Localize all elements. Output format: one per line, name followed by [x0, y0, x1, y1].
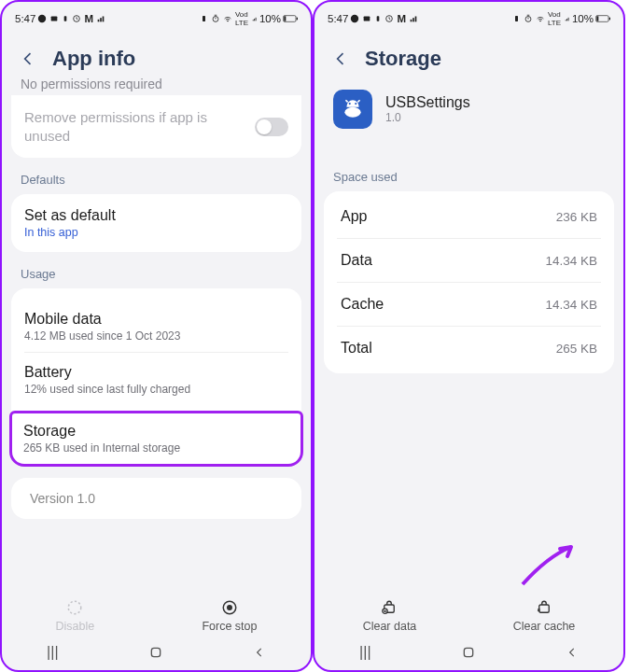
svg-rect-41 [539, 605, 550, 612]
clear-data-icon [380, 599, 398, 616]
row-data: Data 14.34 KB [337, 238, 601, 282]
header: Storage [314, 32, 623, 84]
clear-cache-icon [535, 599, 553, 616]
force-stop-label: Force stop [202, 620, 257, 633]
bottom-actions: Disable Force stop [2, 594, 311, 638]
svg-point-36 [349, 103, 351, 105]
force-stop-button[interactable]: Force stop [202, 599, 257, 633]
svg-point-29 [539, 21, 540, 21]
section-usage: Usage [2, 263, 311, 288]
set-default-sub: In this app [24, 226, 288, 239]
row-total: Total 265 KB [337, 326, 601, 370]
section-space-used: Space used [314, 166, 623, 191]
back-icon[interactable] [331, 49, 350, 68]
svg-point-0 [38, 15, 46, 22]
battery-sub: 12% used since last fully charged [24, 383, 288, 396]
mobile-data-title: Mobile data [24, 311, 288, 328]
back-icon[interactable] [19, 49, 37, 68]
set-default-row[interactable]: Set as default In this app [11, 194, 301, 252]
svg-rect-12 [256, 18, 257, 21]
mobile-data-sub: 4.12 MB used since 1 Oct 2023 [24, 329, 288, 343]
annotation-arrow [515, 539, 590, 595]
battery-row[interactable]: Battery 12% used since last fully charge… [24, 352, 288, 405]
battery-icon [283, 14, 298, 23]
mobile-data-row[interactable]: Mobile data 4.12 MB used since 1 Oct 202… [24, 301, 288, 352]
disable-icon [66, 599, 83, 616]
status-time: 5:47 [15, 13, 35, 24]
svg-rect-11 [254, 19, 255, 21]
section-defaults: Defaults [2, 169, 311, 194]
battery-title: Battery [24, 364, 288, 381]
status-icons-left: M [37, 13, 105, 24]
svg-rect-1 [51, 17, 58, 21]
bottom-actions: Clear data Clear cache [314, 594, 623, 638]
phone-left-appinfo: 5:47 M VodLTE 10% [0, 0, 313, 672]
nav-back-icon[interactable] [253, 646, 266, 659]
storage-sub: 265 KB used in Internal storage [23, 441, 289, 455]
storage-title: Storage [23, 423, 289, 440]
status-time: 5:47 [328, 13, 348, 24]
svg-point-20 [351, 15, 358, 22]
svg-rect-10 [253, 20, 254, 21]
svg-rect-25 [412, 18, 414, 21]
force-stop-icon [221, 599, 238, 616]
svg-rect-35 [596, 16, 598, 21]
row-total-key: Total [341, 340, 372, 357]
disable-button: Disable [56, 599, 95, 633]
svg-point-16 [69, 601, 82, 614]
status-battery: 10% [259, 13, 281, 24]
clear-cache-label: Clear cache [513, 620, 576, 633]
nav-home-icon[interactable] [148, 645, 163, 660]
svg-point-38 [344, 107, 360, 118]
nav-recents-icon[interactable]: ||| [47, 644, 58, 661]
row-cache-key: Cache [341, 296, 384, 313]
row-app-val: 236 KB [556, 210, 597, 224]
svg-rect-32 [568, 18, 569, 21]
svg-point-37 [355, 103, 356, 105]
svg-rect-14 [297, 18, 298, 21]
status-icons-right: VodLTE [512, 10, 570, 27]
row-data-val: 14.34 KB [545, 254, 597, 268]
page-title: Storage [365, 47, 441, 71]
status-icons-right: VodLTE [200, 10, 258, 27]
row-data-key: Data [341, 252, 372, 269]
version-row: Version 1.0 [11, 478, 301, 519]
svg-point-18 [228, 606, 232, 610]
status-bar: 5:47 M VodLTE 10% [314, 2, 623, 32]
svg-rect-19 [151, 648, 160, 656]
row-cache-val: 14.34 KB [545, 298, 597, 312]
nav-bar: ||| [314, 640, 623, 665]
app-header-row: USBSettings 1.0 [314, 84, 623, 140]
clear-data-button[interactable]: Clear data [363, 599, 417, 633]
svg-rect-2 [64, 16, 67, 21]
row-app: App 236 KB [337, 195, 601, 238]
app-version: 1.0 [385, 111, 470, 124]
nav-back-icon[interactable] [566, 646, 579, 659]
svg-rect-6 [103, 17, 105, 22]
svg-rect-31 [566, 19, 567, 21]
svg-rect-30 [566, 20, 566, 21]
svg-point-9 [227, 21, 228, 21]
nav-bar: ||| [2, 640, 311, 665]
status-battery: 10% [572, 13, 594, 24]
status-bar: 5:47 M VodLTE 10% [2, 2, 311, 32]
storage-row-highlighted[interactable]: Storage 265 KB used in Internal storage [9, 411, 303, 467]
svg-rect-7 [203, 16, 205, 21]
remove-permissions-row[interactable]: Remove permissions if app is unused [11, 95, 301, 158]
remove-permissions-label: Remove permissions if app is unused [24, 108, 230, 145]
svg-rect-15 [284, 16, 286, 21]
app-icon [333, 90, 372, 129]
svg-rect-27 [515, 16, 518, 21]
clear-cache-button[interactable]: Clear cache [513, 599, 576, 633]
svg-rect-5 [100, 18, 102, 21]
app-name: USBSettings [385, 94, 470, 111]
row-app-key: App [341, 208, 367, 225]
toggle-remove-permissions[interactable] [255, 118, 288, 136]
svg-rect-24 [411, 20, 412, 21]
svg-rect-22 [377, 16, 380, 21]
nav-home-icon[interactable] [461, 645, 476, 660]
nav-recents-icon[interactable]: ||| [359, 644, 370, 661]
svg-rect-21 [364, 17, 370, 21]
battery-icon [595, 14, 610, 23]
space-used-card: App 236 KB Data 14.34 KB Cache 14.34 KB … [324, 191, 614, 373]
